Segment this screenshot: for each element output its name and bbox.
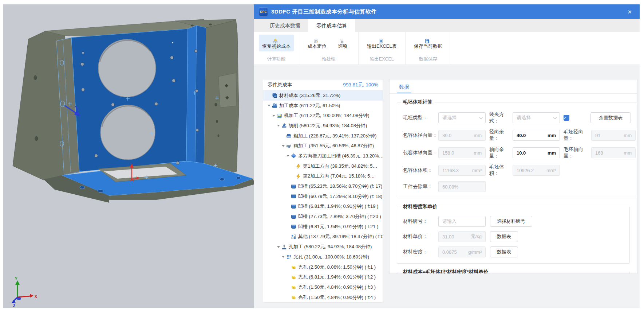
section-legend: 毛坯体积计算: [401, 99, 435, 105]
tree-item[interactable]: 光孔 (1.50元, 4.84%; 0.90分钟) ( f:4 ): [263, 292, 383, 303]
tree-item[interactable]: 光孔 (6.81元, 1.94%; 0.91分钟) ( f:2 ): [263, 272, 383, 282]
cost-locate-button[interactable]: 成本定位: [304, 35, 330, 51]
field-label: 毛坯类型：: [403, 114, 438, 121]
tree-item[interactable]: 凹槽 (60.79元, 17.29%; 8.10分钟) (f: 18): [263, 191, 383, 202]
expander-icon[interactable]: [277, 125, 280, 127]
material-grade-input[interactable]: 请输入: [438, 216, 486, 227]
axial-margin-input[interactable]: 10.0mm: [513, 147, 560, 158]
finish-machining-icon: [286, 143, 292, 149]
radial-margin-input[interactable]: 40.0mm: [513, 130, 560, 141]
axis-triad-icon: Y X Z: [11, 277, 37, 308]
tree-item[interactable]: 第1加工方向 (39.35元, 84.82%; 5…: [263, 161, 383, 171]
spacer: [287, 226, 289, 227]
spacer: [287, 277, 289, 277]
hole-machining-icon: [281, 244, 287, 250]
tab-part-cost[interactable]: 零件成本估算: [308, 19, 355, 32]
tree-item-label: 凹槽 (6.81元, 1.94%; 0.91分钟) ( f:19 ): [298, 203, 378, 210]
pocket-icon: [291, 224, 296, 229]
spacer: [287, 267, 289, 267]
tree-item[interactable]: 多方向接刀加工凹槽 (46.39元, 13.20%…: [263, 151, 383, 161]
tree-item-label: 凹槽 (60.79元, 17.29%; 8.10分钟) (f: 18): [298, 193, 382, 200]
hole-icon: [291, 264, 296, 270]
close-icon[interactable]: ×: [625, 8, 635, 16]
form-section: 材料密度和单价材料牌号：请输入选择材料牌号材料单价：31.00元/kg数据表材料…: [397, 203, 630, 264]
margin-table-button[interactable]: 余量数据表: [590, 112, 631, 123]
tree-item-label: 第2加工方向 (7.04元, 15.18%; 5…: [303, 173, 375, 179]
axial-margin-input-cell: 轴向余量：10.0mm: [486, 146, 560, 159]
chevron-down-icon: [479, 116, 483, 119]
tree-item[interactable]: 机加工 (611.22元, 100.00%; 184.08分钟): [263, 110, 383, 121]
tree-item[interactable]: 加工成本 (611.22元, 61.50%): [263, 101, 383, 111]
field-value: 60.08%: [442, 184, 458, 190]
expander-icon[interactable]: [272, 115, 275, 117]
hole-icon: [291, 295, 296, 300]
density-table-button[interactable]: 数据表: [490, 246, 518, 257]
spacer: [291, 176, 294, 176]
expander-icon[interactable]: [282, 145, 285, 147]
excel-button[interactable]: X输出EXCEL表: [364, 35, 400, 51]
expander-icon[interactable]: [268, 105, 270, 106]
bounding-radial-input: 30.0mm: [438, 130, 486, 141]
blank-axial-input: 168mm: [591, 147, 636, 158]
price-table-button[interactable]: 数据表: [490, 231, 518, 242]
margin-data-checkbox[interactable]: ✓: [564, 115, 569, 121]
tree-item[interactable]: 光孔 (31.00元, 100.00%; 18.60分钟): [263, 252, 383, 262]
cost-tree-panel: 零件总成本 993.81元, 100% 材料成本 (315.26元, 31.72…: [263, 79, 383, 303]
tree-item-label: 凹槽 (6.81元, 1.94%; 0.91分钟) ( f:21 ): [298, 223, 378, 230]
field-value: 10926.2: [517, 168, 534, 173]
options-icon: [339, 36, 344, 42]
tree-item[interactable]: 其他 (137.79元, 39.19%; 18.37分钟) ( f:0 ): [263, 232, 383, 242]
restore-cost-icon: [273, 36, 278, 42]
field-label: 材料单价：: [403, 233, 438, 240]
expander-icon[interactable]: [277, 246, 280, 248]
removal-rate-input: 60.08%: [438, 181, 486, 192]
tree-item[interactable]: 凹槽 (27.73元, 7.89%; 3.70分钟) ( f:20 ): [263, 211, 383, 222]
3d-viewport[interactable]: Y X Z: [3, 4, 254, 308]
toolbar-group: 恢复初始成本计算功能: [254, 32, 299, 65]
tree-item[interactable]: 光孔 (2.50元, 8.06%; 1.50分钟) ( f:1 ): [263, 262, 383, 272]
bounding-axial-input: 158.0mm: [438, 147, 486, 158]
tab-history-cost[interactable]: 历史成本数据: [262, 19, 308, 32]
form-row: 包容体体积：11168.3mm³毛坯体积：10926.2mm³: [403, 164, 636, 177]
expander-icon[interactable]: [287, 155, 289, 157]
blank-radial-input-cell: 毛坯径向量：91mm: [560, 129, 636, 142]
y-axis-label: Y: [15, 277, 17, 281]
field-label: 轴向余量：: [489, 146, 513, 159]
tree-item[interactable]: 材料成本 (315.26元, 31.72%): [263, 90, 383, 101]
tree-item[interactable]: 第2加工方向 (7.04元, 15.18%; 5…: [263, 171, 383, 182]
toolbar-group-buttons: 成本定位选项: [301, 32, 356, 56]
clamp-mode-select[interactable]: 请选择: [513, 112, 560, 123]
tree-item[interactable]: 粗加工 (228.67元, 39.41%; 137.20分钟): [263, 131, 383, 141]
spacer: [287, 196, 289, 197]
tab-data[interactable]: 数据: [397, 83, 411, 93]
restore-cost-button[interactable]: 恢复初始成本: [259, 35, 294, 51]
bounding-volume-input: 11168.3mm³: [438, 165, 486, 176]
form-section: 材料成本=毛坯体积*材料密度*材料单价材料成本：请输入元成本计算: [397, 269, 630, 274]
select-placeholder: 请选择: [442, 114, 457, 121]
tree-item[interactable]: 光孔 (1.50元, 4.84%; 0.90分钟) ( f:3 ): [263, 282, 383, 292]
field-label: 装夹方式：: [489, 111, 513, 124]
tree-item[interactable]: 铣削 (580.22元, 94.93%; 184.08分钟): [263, 121, 383, 131]
bounding-radial-input-cell: 包容体径向量：30.0mm: [403, 130, 486, 141]
tree-item[interactable]: 精加工 (351.55元, 60.59%; 46.87分钟): [263, 141, 383, 151]
toolbar-button-label: 恢复初始成本: [262, 43, 291, 50]
tree-item[interactable]: 孔加工 (580.22元, 94.93%; 184.08分钟): [263, 242, 383, 252]
options-button[interactable]: 选项: [332, 35, 353, 51]
app-logo-icon: DFC: [259, 7, 268, 16]
toolbar-group: 成本定位选项预处理: [299, 32, 359, 65]
title-bar: DFC 3DDFC 开目三维制造成本分析与估算软件 ×: [254, 4, 640, 19]
tree-item[interactable]: 凹槽 (65.23元, 18.56%; 8.70分钟) (f: 17): [263, 181, 383, 191]
blank-type-select[interactable]: 请选择: [438, 112, 486, 123]
expander-icon[interactable]: [282, 256, 285, 258]
tree-item[interactable]: 凹槽 (6.81元, 1.94%; 0.91分钟) ( f:19 ): [263, 202, 383, 212]
field-value: 158.0: [442, 150, 454, 156]
select-material-button[interactable]: 选择材料牌号: [490, 216, 532, 227]
holes-group-icon: [286, 254, 292, 260]
spacer: [268, 95, 270, 96]
radial-margin-input-cell: 径向余量：40.0mm: [486, 129, 560, 142]
spacer: [287, 217, 289, 217]
toolbar-button-label: 成本定位: [308, 43, 327, 50]
save-button[interactable]: 保存当前数据: [411, 35, 446, 51]
blank-type-select-cell: 毛坯类型：请选择: [403, 112, 486, 123]
tree-item[interactable]: 凹槽 (6.81元, 1.94%; 0.91分钟) ( f:21 ): [263, 222, 383, 232]
